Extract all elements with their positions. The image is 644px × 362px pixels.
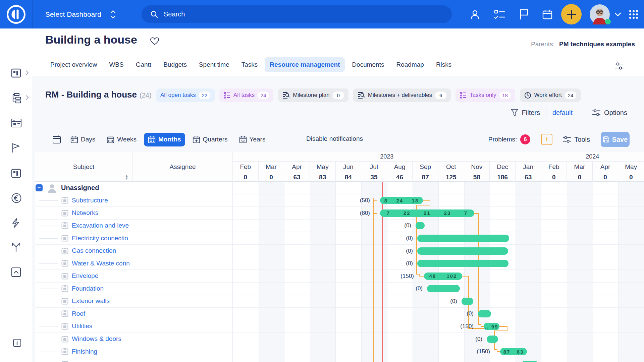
task-link[interactable]: Windows & doors: [72, 335, 132, 343]
gantt-bar-envelope[interactable]: 48102: [424, 273, 462, 280]
chip-work-effort[interactable]: Work effort24: [520, 88, 581, 102]
save-button[interactable]: Save: [601, 132, 630, 147]
online-status-dot: [605, 19, 611, 24]
tools-sliders-icon: [562, 136, 571, 143]
gantt-bar[interactable]: [522, 361, 538, 362]
task-link[interactable]: Electricity connectio: [72, 235, 132, 242]
task-link[interactable]: Foundation: [72, 285, 132, 292]
info-icon[interactable]: [13, 339, 21, 347]
task-link[interactable]: Water & Waste conn: [72, 260, 132, 267]
program-board-icon[interactable]: [11, 168, 21, 178]
chip-all-open-tasks[interactable]: All open tasks22: [156, 88, 215, 102]
tabs-settings-icon[interactable]: [614, 62, 624, 70]
task-link[interactable]: Networks: [72, 209, 132, 217]
module-tabs: Project overviewWBSGanttBudgetsSpent tim…: [45, 56, 457, 73]
gantt-bar-foundation[interactable]: [427, 285, 460, 292]
tab-wbs[interactable]: WBS: [104, 57, 128, 72]
scale-quarters[interactable]: Quarters: [189, 133, 232, 146]
gantt-bar-roof[interactable]: [478, 310, 491, 317]
gantt-area: (50)82418(80)72221237(0)(0)(0)(0)(150)48…: [233, 182, 644, 362]
scale-weeks[interactable]: Weeks: [103, 133, 141, 146]
tab-gantt[interactable]: Gantt: [131, 57, 156, 72]
tab-risks[interactable]: Risks: [431, 57, 457, 72]
branch-split-icon[interactable]: [11, 242, 21, 252]
assignee-column-header[interactable]: Assignee: [133, 152, 233, 182]
task-link[interactable]: Roof: [72, 310, 132, 317]
wbs-tree-icon[interactable]: [11, 93, 22, 104]
options-button[interactable]: Options: [592, 109, 627, 117]
task-icon: [61, 247, 68, 254]
tab-budgets[interactable]: Budgets: [158, 57, 192, 72]
calendar-plain-icon[interactable]: [50, 132, 63, 147]
subject-column-header[interactable]: Subject ▲▼: [35, 152, 133, 182]
tab-roadmap[interactable]: Roadmap: [391, 57, 429, 72]
chip-all-tasks[interactable]: All tasks24: [219, 88, 273, 102]
sliders-icon: [592, 109, 601, 116]
calendar-icon[interactable]: [542, 9, 552, 19]
gantt-bar-windows-doors[interactable]: [487, 336, 498, 343]
user-avatar[interactable]: [590, 4, 610, 24]
task-link[interactable]: Excavation and leve: [72, 222, 132, 229]
chip-milestone-plan[interactable]: Milestone plan0: [278, 88, 348, 102]
select-dashboard[interactable]: Select Dashboard: [45, 0, 116, 28]
filters-default-link[interactable]: default: [552, 109, 573, 117]
tab-tasks[interactable]: Tasks: [236, 57, 263, 72]
wbs-expand-chevron-icon[interactable]: [25, 95, 29, 100]
warning-info-icon[interactable]: i: [541, 134, 552, 145]
chip-milestones-deliverables[interactable]: Milestones + deliverables6: [353, 88, 451, 102]
task-link[interactable]: Gas connection: [72, 247, 132, 254]
task-link[interactable]: Exterior walls: [72, 297, 132, 305]
parents-link[interactable]: PM techniques examples: [559, 41, 635, 48]
subject-header-label: Subject: [73, 163, 94, 171]
gantt-bar-substructure[interactable]: 82418: [380, 197, 423, 204]
gantt-bar-utilities[interactable]: ..99: [484, 323, 499, 330]
favorite-heart-icon[interactable]: [150, 37, 159, 46]
gantt-bar-networks[interactable]: 72221237: [380, 209, 474, 217]
tools-button[interactable]: Tools: [562, 136, 590, 143]
scale-months[interactable]: Months: [144, 133, 185, 146]
overview-expand-chevron-icon[interactable]: [25, 70, 29, 75]
gantt-bar-exterior-walls[interactable]: [462, 298, 473, 305]
tab-project-overview[interactable]: Project overview: [45, 57, 102, 72]
sort-indicator-icon[interactable]: ▲▼: [125, 174, 128, 180]
task-icon: [61, 222, 68, 229]
apps-grid-icon[interactable]: [629, 9, 639, 19]
lightning-icon[interactable]: [11, 218, 20, 228]
task-link[interactable]: Substructure: [72, 197, 132, 204]
gantt-bar-excavation-and-leve[interactable]: [416, 222, 425, 229]
problems-count-badge[interactable]: 6: [520, 134, 530, 144]
avatar-chevron-down-icon[interactable]: [614, 12, 621, 16]
gantt-bar-water-waste-conn[interactable]: [417, 260, 508, 267]
collapse-group-button[interactable]: −: [36, 184, 43, 191]
window-card-icon[interactable]: [11, 118, 22, 128]
tasks-checklist-icon[interactable]: [494, 9, 505, 19]
scale-days[interactable]: Days: [66, 133, 99, 146]
gantt-bar-gas-connection[interactable]: [417, 247, 508, 255]
capacity-label: (0): [233, 232, 413, 245]
disable-notifications-link[interactable]: Disable notifications: [306, 135, 363, 142]
table-row: Electricity connectio: [35, 232, 232, 245]
gantt-bar-finishing[interactable]: 8763: [500, 348, 527, 355]
group-label: Unassigned: [61, 184, 99, 192]
gantt-bar-electricity-connectio[interactable]: [417, 235, 509, 242]
budget-euro-icon[interactable]: [11, 193, 22, 203]
box-arrow-up-icon[interactable]: [11, 267, 21, 277]
milestone-flag-icon[interactable]: [11, 142, 21, 153]
chip-tasks-only[interactable]: Tasks only18: [455, 88, 515, 102]
tab-spent-time[interactable]: Spent time: [194, 57, 234, 72]
profile-icon[interactable]: [470, 9, 480, 20]
scale-years[interactable]: 365Years: [235, 133, 270, 146]
group-row-unassigned[interactable]: −Unassigned: [35, 182, 232, 194]
overview-board-icon[interactable]: [11, 68, 21, 78]
create-button[interactable]: [561, 4, 582, 24]
tab-resource-management[interactable]: Resource management: [265, 57, 345, 72]
filters-button[interactable]: Filters: [511, 109, 540, 117]
task-link[interactable]: Utilities: [72, 322, 132, 330]
table-row: Exterior walls: [35, 295, 232, 308]
flag-icon[interactable]: [519, 9, 529, 20]
app-logo[interactable]: [0, 0, 33, 28]
task-link[interactable]: Envelope: [72, 272, 132, 280]
tab-documents[interactable]: Documents: [347, 57, 389, 72]
search-input[interactable]: Search: [142, 5, 452, 23]
task-link[interactable]: Finishing: [72, 348, 132, 355]
